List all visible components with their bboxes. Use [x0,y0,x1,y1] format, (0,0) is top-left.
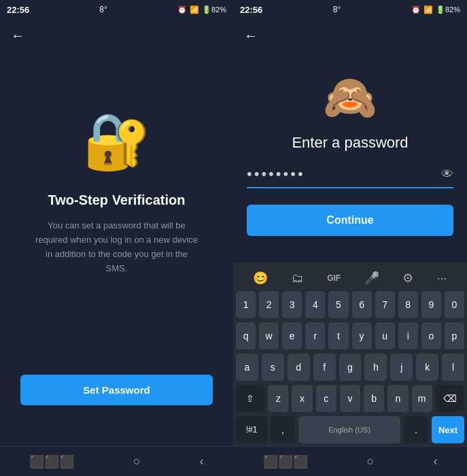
emoji-icon[interactable]: 😊 [253,271,268,286]
period-key[interactable]: . [404,416,428,443]
key-n[interactable]: n [387,385,408,412]
key-i[interactable]: i [398,322,418,350]
keyboard-toolbar: 😊 🗂 GIF 🎤 ⚙ ··· [236,268,464,291]
right-nav-bar: ⬛⬛⬛ ○ ‹ [233,446,467,476]
keyboard-row-zxcv: ⇧ z x c v b n m ⌫ [236,385,464,412]
keyboard-row-numbers: 1 2 3 4 5 6 7 8 9 0 [236,291,464,318]
right-signal-icon: 📶 [423,5,433,14]
key-q[interactable]: q [236,322,256,350]
mic-icon[interactable]: 🎤 [364,271,379,286]
keyboard-row-bottom: !#1 , English (US) . Next [236,416,464,443]
keyboard-row-asdf: a s d f g h j k l [236,354,464,381]
key-b[interactable]: b [364,385,384,412]
key-e[interactable]: e [282,322,302,350]
key-l[interactable]: l [442,354,464,381]
key-w[interactable]: w [259,322,279,350]
recent-apps-icon[interactable]: ⬛⬛⬛ [29,454,74,469]
key-9[interactable]: 9 [421,291,441,318]
right-status-time: 22:56 [240,5,262,15]
key-7[interactable]: 7 [375,291,395,318]
password-input-wrap: •••••••• 👁 [247,165,453,188]
right-recent-apps-icon[interactable]: ⬛⬛⬛ [263,454,308,469]
password-screen-title: Enter a password [292,134,408,152]
key-r[interactable]: r [305,322,325,350]
key-3[interactable]: 3 [282,291,302,318]
continue-button[interactable]: Continue [247,205,453,236]
key-u[interactable]: u [375,322,395,350]
right-back-arrow-icon: ← [244,28,258,44]
right-status-extra: 8° [333,5,341,14]
right-status-icons: ⏰ 📶 🔋82% [411,5,460,14]
settings-icon[interactable]: ⚙ [402,271,413,286]
key-h[interactable]: h [364,354,387,381]
right-back-button[interactable]: ← [239,23,263,48]
left-title: Two-Step Verification [48,192,186,208]
key-k[interactable]: k [416,354,438,381]
space-key[interactable]: English (US) [298,416,400,443]
key-z[interactable]: z [268,385,288,412]
key-2[interactable]: 2 [259,291,279,318]
right-back-nav-icon[interactable]: ‹ [433,454,437,469]
keyboard-row-qwerty: q w e r t y u i o p [236,322,464,350]
next-key[interactable]: Next [432,416,464,443]
key-g[interactable]: g [339,354,362,381]
keyboard-rows: 1 2 3 4 5 6 7 8 9 0 q w e r t y u i [236,291,464,443]
right-home-icon[interactable]: ○ [367,454,375,469]
eye-toggle-icon[interactable]: 👁 [441,167,453,182]
key-f[interactable]: f [313,354,336,381]
key-8[interactable]: 8 [398,291,418,318]
key-x[interactable]: x [292,385,312,412]
monkey-emoji: 🙈 [323,72,377,123]
shift-key[interactable]: ⇧ [236,385,264,412]
key-v[interactable]: v [340,385,360,412]
home-icon[interactable]: ○ [133,454,141,469]
set-password-button[interactable]: Set Password [20,375,213,405]
key-p[interactable]: p [445,322,464,350]
key-0[interactable]: 0 [445,291,464,318]
left-description: You can set a password that will be requ… [35,219,198,275]
more-icon[interactable]: ··· [437,271,447,286]
key-t[interactable]: t [328,322,348,350]
back-nav-icon[interactable]: ‹ [200,454,204,469]
key-1[interactable]: 1 [236,291,256,318]
key-m[interactable]: m [412,385,432,412]
key-j[interactable]: j [390,354,413,381]
key-c[interactable]: c [316,385,336,412]
symbols-key[interactable]: !#1 [236,416,267,443]
key-o[interactable]: o [421,322,441,350]
right-status-bar: 22:56 8° ⏰ 📶 🔋82% [233,0,467,19]
right-alarm-icon: ⏰ [411,5,421,14]
gif-icon[interactable]: GIF [327,273,341,283]
left-content: 🔐 Two-Step Verification You can set a pa… [0,11,233,375]
key-4[interactable]: 4 [305,291,325,318]
right-content: 🙈 Enter a password •••••••• 👁 Continue [233,52,467,262]
lock-key-emoji: 🔐 [83,109,151,173]
comma-key[interactable]: , [271,416,295,443]
left-nav-bar: ⬛⬛⬛ ○ ‹ [0,446,233,476]
key-6[interactable]: 6 [352,291,372,318]
keyboard: 😊 🗂 GIF 🎤 ⚙ ··· 1 2 3 4 5 6 7 8 9 0 [233,262,467,446]
key-a[interactable]: a [236,354,258,381]
key-d[interactable]: d [288,354,310,381]
key-s[interactable]: s [262,354,284,381]
key-y[interactable]: y [352,322,372,350]
right-battery-icon: 🔋82% [436,5,460,14]
sticker-icon[interactable]: 🗂 [292,271,304,286]
password-field[interactable]: •••••••• [247,165,441,183]
key-5[interactable]: 5 [328,291,348,318]
right-panel: 22:56 8° ⏰ 📶 🔋82% ← 🙈 Enter a password •… [233,0,467,476]
left-panel: 22:56 8° ⏰ 📶 🔋82% ← 🔐 Two-Step Verificat… [0,0,233,476]
backspace-key[interactable]: ⌫ [436,385,464,412]
